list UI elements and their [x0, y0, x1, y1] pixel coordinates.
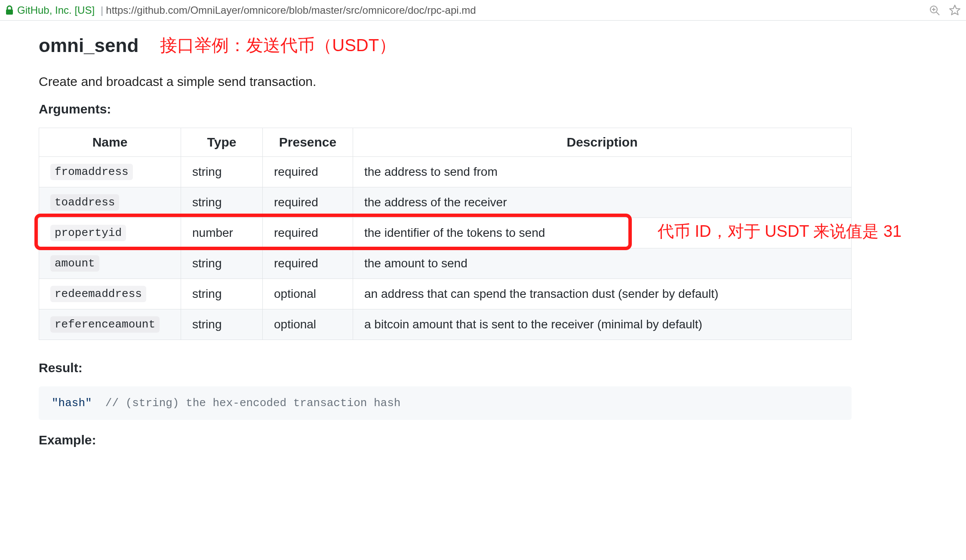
- arg-presence-cell: optional: [263, 279, 353, 309]
- site-identity-label: GitHub, Inc. [US]: [17, 4, 95, 16]
- table-row: toaddressstringrequiredthe address of th…: [39, 187, 852, 218]
- example-heading: Example:: [39, 433, 852, 447]
- arg-presence-cell: optional: [263, 309, 353, 340]
- arg-presence-cell: required: [263, 218, 353, 248]
- arg-name-code: toaddress: [50, 194, 119, 211]
- title-row: omni_send 接口举例：发送代币（USDT）: [39, 34, 852, 57]
- svg-marker-5: [950, 5, 960, 15]
- arg-name-code: propertyid: [50, 225, 126, 241]
- arg-presence-cell: required: [263, 248, 353, 279]
- browser-address-bar: GitHub, Inc. [US] | https://github.com/O…: [0, 0, 966, 21]
- arg-description-cell: a bitcoin amount that is sent to the rec…: [353, 309, 852, 340]
- arg-name-cell: amount: [39, 248, 181, 279]
- arg-type-cell: string: [181, 279, 263, 309]
- result-code-block: "hash" // (string) the hex-encoded trans…: [39, 386, 852, 420]
- arg-name-cell: referenceamount: [39, 309, 181, 340]
- address-url[interactable]: https://github.com/OmniLayer/omnicore/bl…: [106, 4, 961, 16]
- page-content: omni_send 接口举例：发送代币（USDT） Create and bro…: [0, 21, 966, 447]
- arg-type-cell: string: [181, 187, 263, 218]
- arg-type-cell: number: [181, 218, 263, 248]
- table-row: referenceamountstringoptionala bitcoin a…: [39, 309, 852, 340]
- propertyid-side-annotation: 代币 ID，对于 USDT 来说值是 31: [658, 220, 901, 242]
- arg-name-code: redeemaddress: [50, 286, 146, 302]
- col-header-presence: Presence: [263, 128, 353, 157]
- arg-presence-cell: required: [263, 187, 353, 218]
- zoom-icon[interactable]: [929, 5, 940, 16]
- arg-description-cell: the address of the receiver: [353, 187, 852, 218]
- col-header-description: Description: [353, 128, 852, 157]
- arg-type-cell: string: [181, 157, 263, 187]
- arg-type-cell: string: [181, 309, 263, 340]
- heading-annotation: 接口举例：发送代币（USDT）: [160, 34, 396, 57]
- arg-description-cell: the address to send from: [353, 157, 852, 187]
- method-description: Create and broadcast a simple send trans…: [39, 74, 852, 89]
- col-header-type: Type: [181, 128, 263, 157]
- arg-name-cell: fromaddress: [39, 157, 181, 187]
- table-row: fromaddressstringrequiredthe address to …: [39, 157, 852, 187]
- result-comment-token: // (string) the hex-encoded transaction …: [105, 397, 401, 410]
- address-bar-right: [929, 0, 961, 20]
- col-header-name: Name: [39, 128, 181, 157]
- arguments-table-header-row: Name Type Presence Description: [39, 128, 852, 157]
- address-separator: |: [101, 4, 103, 16]
- bookmark-star-icon[interactable]: [949, 4, 961, 16]
- table-row: amountstringrequiredthe amount to send: [39, 248, 852, 279]
- arg-name-cell: toaddress: [39, 187, 181, 218]
- arg-name-code: referenceamount: [50, 316, 160, 333]
- arg-description-cell: an address that can spend the transactio…: [353, 279, 852, 309]
- svg-rect-0: [6, 9, 13, 15]
- arg-presence-cell: required: [263, 157, 353, 187]
- lock-icon: [5, 5, 14, 15]
- address-bar-left: GitHub, Inc. [US] |: [5, 4, 106, 16]
- arg-name-code: fromaddress: [50, 164, 133, 180]
- arg-name-cell: redeemaddress: [39, 279, 181, 309]
- arg-type-cell: string: [181, 248, 263, 279]
- result-heading: Result:: [39, 361, 852, 375]
- arg-description-cell: the amount to send: [353, 248, 852, 279]
- arguments-heading: Arguments:: [39, 102, 852, 116]
- arg-name-cell: propertyid: [39, 218, 181, 248]
- table-row: redeemaddressstringoptionalan address th…: [39, 279, 852, 309]
- svg-line-2: [936, 12, 939, 15]
- result-string-token: "hash": [52, 397, 92, 410]
- api-method-heading: omni_send: [39, 35, 138, 56]
- arg-name-code: amount: [50, 255, 99, 272]
